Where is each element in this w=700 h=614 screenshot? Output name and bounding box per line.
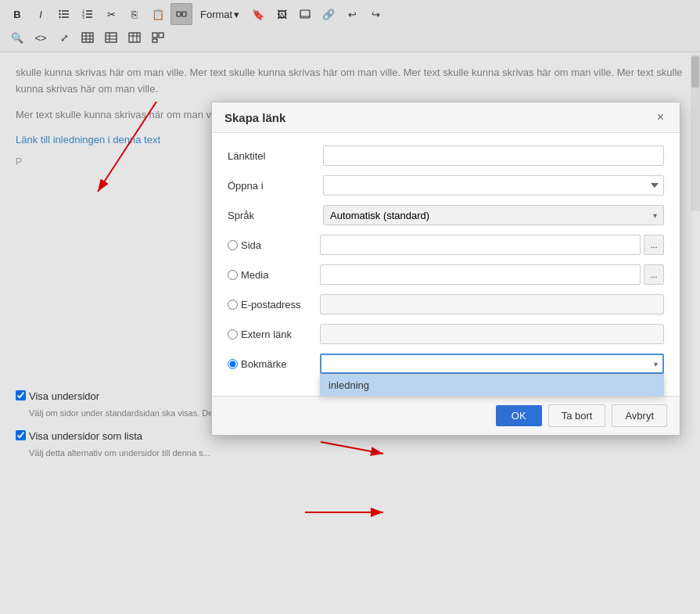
media-input[interactable] (320, 264, 641, 285)
media-label: Media (228, 269, 314, 281)
lanktitel-label: Länktitel (228, 150, 314, 162)
dialog-title: Skapa länk (224, 111, 285, 124)
bookmark-caret-icon: ▾ (654, 360, 658, 368)
bookmark-dropdown-btn[interactable]: ▾ (320, 354, 664, 374)
sprak-value: Automatisk (standard) (330, 210, 429, 221)
bookmark-option-inledning[interactable]: inledning (321, 375, 663, 396)
epost-input (320, 294, 664, 314)
lanktitel-row: Länktitel (228, 145, 664, 166)
ok-button[interactable]: OK (496, 405, 542, 426)
media-input-group: ... (320, 264, 664, 285)
dialog-close-button[interactable]: × (654, 110, 667, 124)
extern-input (320, 324, 664, 344)
sprak-label: Språk (228, 210, 314, 221)
extern-row: Extern länk (228, 324, 664, 344)
media-row: Media ... (228, 264, 664, 285)
sida-input-group: ... (320, 235, 664, 255)
dialog-header: Skapa länk × (212, 102, 680, 133)
extern-input-group (320, 324, 664, 344)
epost-radio[interactable] (228, 300, 238, 310)
editor-container: B I 123 ✂ ⎘ 📋 Format ▾ 🔖 🖼 🔗 (0, 0, 700, 614)
sida-row: Sida ... (228, 235, 664, 255)
sida-input[interactable] (320, 235, 641, 255)
media-radio[interactable] (228, 270, 238, 280)
oppna-i-select[interactable] (323, 175, 664, 196)
epost-input-group (320, 294, 664, 314)
epost-label: E-postadress (228, 299, 314, 311)
sida-browse-btn[interactable]: ... (644, 235, 664, 255)
sida-radio[interactable] (228, 240, 238, 250)
media-browse-btn[interactable]: ... (644, 264, 664, 285)
sprak-row: Språk Automatisk (standard) ▾ (228, 205, 664, 225)
bokmarke-input-group: ▾ inledning (320, 354, 664, 374)
bokmarke-row: Bokmärke ▾ inledning (228, 354, 664, 374)
bokmarke-radio[interactable] (228, 359, 238, 369)
create-link-dialog: Skapa länk × Länktitel Öppna i Språk (211, 102, 680, 436)
sida-label: Sida (228, 239, 314, 251)
avbryt-button[interactable]: Avbryt (612, 404, 667, 427)
dialog-footer: OK Ta bort Avbryt (212, 396, 680, 435)
dialog-body: Länktitel Öppna i Språk Automatisk (stan… (212, 133, 680, 396)
extern-radio[interactable] (228, 329, 238, 339)
epost-row: E-postadress (228, 294, 664, 314)
bookmark-dropdown-list: inledning (320, 374, 664, 397)
oppna-i-row: Öppna i (228, 175, 664, 196)
bookmark-dropdown-wrapper: ▾ inledning (320, 354, 664, 374)
oppna-i-label: Öppna i (228, 180, 314, 192)
lanktitel-input[interactable] (323, 145, 664, 166)
tabort-button[interactable]: Ta bort (548, 404, 606, 427)
bokmarke-label: Bokmärke (228, 358, 314, 370)
extern-label: Extern länk (228, 329, 314, 340)
sprak-wrapper: Automatisk (standard) ▾ (323, 205, 664, 225)
